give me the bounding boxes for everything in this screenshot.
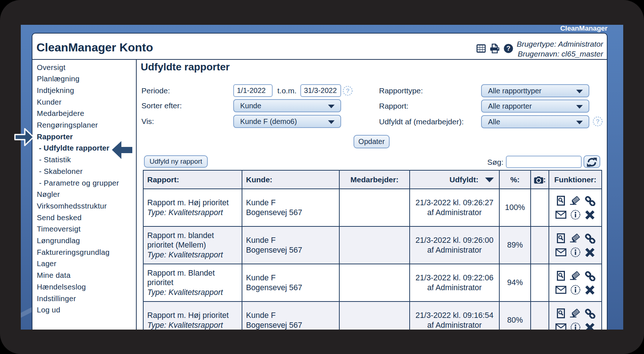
svg-text:?: ? <box>507 45 511 52</box>
svg-text:?: ? <box>596 118 600 125</box>
svg-text:?: ? <box>346 87 350 94</box>
